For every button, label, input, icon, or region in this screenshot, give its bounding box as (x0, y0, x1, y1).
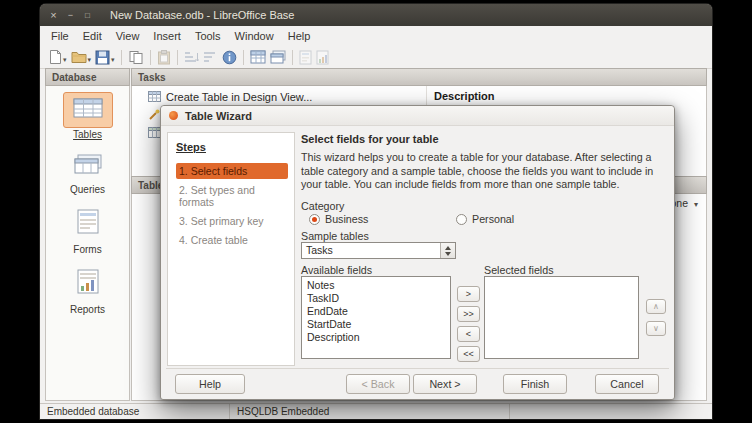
available-fields-label: Available fields (301, 264, 372, 276)
remove-all-fields-button[interactable]: << (457, 346, 480, 362)
business-radio-label: Business (325, 213, 368, 225)
open-folder-icon (71, 50, 87, 64)
sample-tables-label: Sample tables (301, 230, 369, 242)
finish-button[interactable]: Finish (503, 374, 567, 394)
move-down-button[interactable]: ∨ (646, 321, 666, 336)
add-all-fields-button[interactable]: >> (457, 306, 480, 322)
queries-icon (64, 149, 112, 183)
table-wizard-dialog: Table Wizard Steps 1. Select fields 2. S… (160, 105, 675, 400)
list-item[interactable]: StartDate (302, 318, 450, 331)
toolbar-separator (292, 50, 293, 65)
query-button[interactable] (268, 47, 288, 67)
forms-icon (67, 204, 109, 243)
step-select-fields[interactable]: 1. Select fields (176, 163, 288, 179)
table-icon (250, 50, 266, 64)
personal-radio-label: Personal (472, 213, 514, 225)
cancel-button[interactable]: Cancel (595, 374, 659, 394)
wizard-intro: This wizard helps you to create a table … (301, 151, 669, 192)
sample-tables-combobox[interactable]: Tasks (301, 242, 456, 259)
help-button[interactable]: Help (175, 374, 245, 394)
close-icon[interactable] (47, 9, 60, 22)
chevron-down-icon (62, 48, 67, 66)
description-header: Description (434, 90, 495, 102)
new-button[interactable] (46, 47, 69, 67)
status-database-type: Embedded database (40, 404, 230, 419)
remove-field-button[interactable]: < (457, 326, 480, 342)
move-up-button[interactable]: ∧ (646, 299, 666, 314)
wizard-heading: Select fields for your table (301, 133, 439, 145)
sample-tables-value: Tasks (302, 243, 455, 258)
business-radio[interactable]: Business (309, 213, 368, 225)
save-icon (95, 50, 110, 65)
tables-icon (63, 92, 113, 128)
new-document-icon (48, 49, 62, 65)
dialog-titlebar[interactable]: Table Wizard (161, 106, 674, 126)
selected-fields-listbox[interactable] (484, 276, 639, 359)
titlebar: New Database.odb - LibreOffice Base (40, 4, 712, 26)
window-title: New Database.odb - LibreOffice Base (110, 9, 294, 21)
task-label: Create Table in Design View... (166, 91, 312, 103)
copy-button[interactable] (126, 47, 146, 67)
sort-ascending-button[interactable] (182, 47, 201, 67)
list-item[interactable]: TaskID (302, 292, 450, 305)
add-field-button[interactable]: > (457, 286, 480, 302)
sort-descending-icon (203, 50, 218, 64)
list-item[interactable]: Description (302, 331, 450, 344)
paste-button[interactable] (155, 47, 173, 67)
menu-view[interactable]: View (109, 28, 147, 44)
sidebar-item-reports[interactable]: Reports (67, 264, 109, 315)
tasks-panel-header: Tasks (131, 68, 707, 86)
menu-tools[interactable]: Tools (188, 28, 228, 44)
steps-panel: Steps 1. Select fields 2. Set types and … (167, 132, 295, 366)
wizard-task-icon (148, 109, 160, 121)
minimize-icon[interactable] (64, 9, 77, 22)
list-item[interactable]: EndDate (302, 305, 450, 318)
form-button[interactable] (297, 47, 314, 67)
sidebar-item-forms[interactable]: Forms (67, 204, 109, 255)
step-set-primary-key[interactable]: 3. Set primary key (176, 213, 288, 229)
toolbar-separator (243, 50, 244, 65)
menu-edit[interactable]: Edit (76, 28, 109, 44)
wizard-icon (169, 111, 178, 120)
back-button[interactable]: < Back (346, 374, 410, 394)
statusbar: Embedded database HSQLDB Embedded (40, 403, 712, 419)
copy-icon (128, 50, 144, 65)
report-icon (316, 50, 329, 65)
sidebar-item-queries[interactable]: Queries (64, 149, 112, 195)
toolbar (40, 46, 712, 69)
sidebar-item-tables[interactable]: Tables (63, 92, 113, 140)
menu-help[interactable]: Help (281, 28, 318, 44)
sort-descending-button[interactable] (201, 47, 220, 67)
step-set-types[interactable]: 2. Set types and formats (176, 182, 288, 210)
task-create-table-design-view[interactable]: Create Table in Design View... (132, 89, 706, 104)
database-sidebar: Database Tables Queries (45, 68, 130, 401)
menubar: File Edit View Insert Tools Window Help (40, 26, 712, 46)
report-button[interactable] (314, 47, 331, 67)
category-label: Category (301, 200, 344, 212)
step-create-table[interactable]: 4. Create table (176, 232, 288, 248)
steps-title: Steps (176, 141, 288, 153)
form-icon (299, 50, 312, 65)
menu-window[interactable]: Window (228, 28, 281, 44)
available-fields-listbox[interactable]: Notes TaskID EndDate StartDate Descripti… (301, 276, 451, 359)
combobox-spinner-icon[interactable] (440, 243, 455, 258)
maximize-icon[interactable] (81, 9, 94, 22)
menu-insert[interactable]: Insert (146, 28, 188, 44)
menu-file[interactable]: File (44, 28, 76, 44)
query-icon (270, 50, 286, 64)
next-button[interactable]: Next > (413, 374, 477, 394)
toolbar-separator (121, 50, 122, 65)
info-icon (222, 50, 237, 65)
save-button[interactable] (93, 47, 117, 67)
table-button[interactable] (248, 47, 268, 67)
personal-radio[interactable]: Personal (456, 213, 514, 225)
status-engine: HSQLDB Embedded (230, 404, 510, 419)
database-panel-body: Tables Queries Forms (45, 86, 130, 401)
list-item[interactable]: Notes (302, 279, 450, 292)
radio-unselected-icon (456, 214, 467, 225)
sort-ascending-icon (184, 50, 199, 64)
info-button[interactable] (220, 47, 239, 67)
screen: New Database.odb - LibreOffice Base File… (0, 0, 752, 423)
chevron-down-icon (87, 48, 92, 66)
open-button[interactable] (69, 47, 94, 67)
